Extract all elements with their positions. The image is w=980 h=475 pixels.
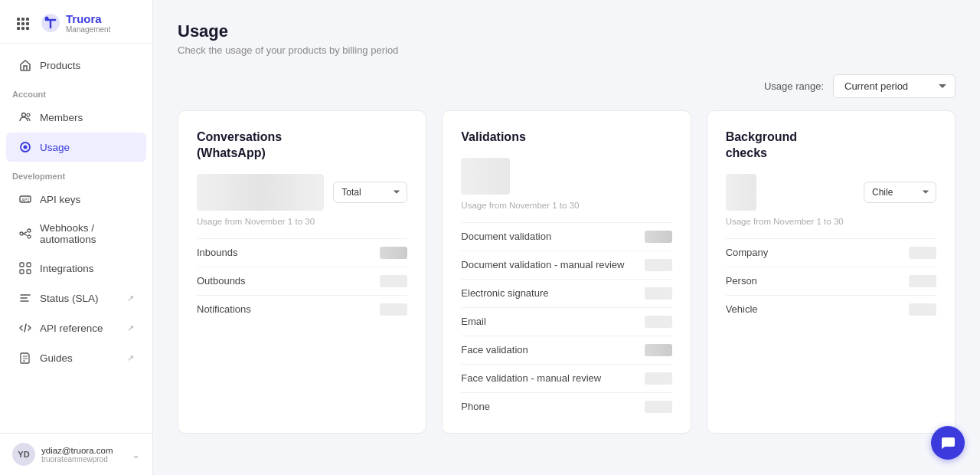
- person-row: Person: [726, 267, 936, 295]
- svg-rect-20: [27, 263, 31, 267]
- status-icon: [18, 291, 32, 305]
- doc-validation-manual-label: Document validation - manual review: [461, 259, 624, 270]
- phone-row: Phone: [461, 392, 671, 421]
- svg-point-13: [24, 146, 28, 149]
- svg-point-16: [20, 232, 23, 235]
- usage-label: Usage: [40, 142, 70, 153]
- external-link-icon-3: ↗: [127, 353, 134, 363]
- validations-date: Usage from November 1 to 30: [461, 201, 671, 210]
- email-label: Email: [461, 316, 486, 327]
- company-row: Company: [726, 238, 936, 267]
- outbounds-bar: [380, 275, 407, 287]
- face-validation-label: Face validation: [461, 344, 528, 355]
- face-validation-manual-bar: [645, 372, 672, 385]
- bg-checks-title: Backgroundchecks: [726, 129, 936, 162]
- company-bar: [909, 247, 936, 259]
- sidebar-item-usage[interactable]: Usage: [6, 133, 146, 162]
- face-validation-manual-label: Face validation - manual review: [461, 372, 601, 384]
- truora-logo: Truora Management: [40, 12, 110, 34]
- user-email: ydiaz@truora.com: [41, 446, 126, 455]
- chat-fab-button[interactable]: [931, 426, 965, 460]
- phone-label: Phone: [461, 401, 490, 412]
- people-icon: [18, 110, 32, 124]
- sidebar-item-api-keys[interactable]: API API keys: [6, 185, 146, 214]
- conversations-filter[interactable]: Total Inbound Outbound: [333, 182, 407, 203]
- bg-checks-filter[interactable]: Chile Colombia Mexico Peru: [864, 182, 936, 203]
- app-name: Truora: [66, 12, 110, 25]
- e-signature-row: Electronic signature: [461, 279, 671, 307]
- user-footer[interactable]: YD ydiaz@truora.com truorateamnewprod ⌄: [0, 433, 152, 475]
- svg-point-9: [45, 17, 49, 21]
- face-validation-manual-row: Face validation - manual review: [461, 364, 671, 392]
- notifications-label: Notifications: [197, 303, 251, 315]
- doc-validation-bar: [645, 231, 672, 243]
- validations-chart: [461, 158, 510, 195]
- external-link-icon-2: ↗: [127, 323, 134, 333]
- api-keys-label: API keys: [40, 194, 80, 205]
- integrations-icon: [18, 261, 32, 275]
- phone-bar: [645, 401, 672, 413]
- menu-icon[interactable]: [12, 12, 34, 34]
- sidebar-item-integrations[interactable]: Integrations: [6, 254, 146, 283]
- api-icon: API: [18, 192, 32, 206]
- inbounds-bar: [380, 247, 407, 259]
- outbounds-label: Outbounds: [197, 275, 246, 287]
- svg-rect-22: [27, 270, 31, 274]
- section-account: Account: [0, 80, 152, 102]
- page-subtitle: Check the usage of your products by bill…: [178, 44, 956, 56]
- background-checks-card: Backgroundchecks Chile Colombia Mexico P…: [707, 110, 956, 434]
- email-row: Email: [461, 307, 671, 336]
- sidebar-item-api-ref[interactable]: API reference ↗: [6, 313, 146, 342]
- validations-title: Validations: [461, 129, 671, 146]
- svg-rect-5: [26, 22, 29, 25]
- person-label: Person: [726, 275, 757, 287]
- svg-rect-2: [26, 18, 29, 21]
- guides-icon: [18, 351, 32, 365]
- sidebar-item-guides[interactable]: Guides ↗: [6, 343, 146, 372]
- chevron-down-icon: ⌄: [132, 449, 140, 460]
- inbounds-row: Inbounds: [197, 238, 407, 267]
- email-bar: [645, 316, 672, 328]
- sidebar-item-products[interactable]: Products: [6, 51, 146, 80]
- sidebar-item-webhooks[interactable]: Webhooks / automations: [6, 215, 146, 253]
- user-info: ydiaz@truora.com truorateamnewprod: [41, 446, 126, 464]
- face-validation-row: Face validation: [461, 336, 671, 364]
- svg-point-17: [28, 229, 31, 232]
- doc-validation-label: Document validation: [461, 231, 551, 242]
- svg-point-18: [28, 235, 31, 238]
- external-link-icon: ↗: [127, 293, 134, 303]
- sidebar: Truora Management Products Account: [0, 0, 153, 475]
- api-ref-label: API reference: [40, 323, 103, 334]
- page-title: Usage: [178, 21, 956, 41]
- svg-rect-3: [17, 22, 20, 25]
- user-org: truorateamnewprod: [41, 455, 126, 464]
- doc-validation-manual-bar: [645, 259, 672, 271]
- nav-menu: Products Account Members U: [0, 44, 152, 433]
- conversations-title: Conversations(WhatsApp): [197, 129, 407, 162]
- svg-rect-7: [21, 27, 24, 30]
- usage-range-select[interactable]: Current period Last period Custom: [833, 74, 956, 98]
- home-icon: [18, 58, 32, 72]
- svg-text:API: API: [21, 197, 30, 202]
- e-signature-bar: [645, 287, 672, 300]
- svg-rect-19: [20, 263, 24, 267]
- svg-rect-4: [21, 22, 24, 25]
- vehicle-bar: [909, 303, 936, 316]
- doc-validation-row: Document validation: [461, 222, 671, 251]
- sidebar-item-members[interactable]: Members: [6, 103, 146, 132]
- vehicle-label: Vehicle: [726, 303, 758, 315]
- svg-rect-0: [17, 18, 20, 21]
- sidebar-item-status[interactable]: Status (SLA) ↗: [6, 283, 146, 313]
- main-content: Usage Check the usage of your products b…: [153, 0, 980, 475]
- svg-rect-1: [21, 18, 24, 21]
- bg-checks-chart-row: Chile Colombia Mexico Peru: [726, 174, 936, 211]
- bg-checks-date: Usage from November 1 to 30: [726, 217, 936, 226]
- cards-grid: Conversations(WhatsApp) Total Inbound Ou…: [178, 110, 956, 434]
- validations-chart-row: [461, 158, 671, 195]
- conversations-chart: [197, 174, 324, 211]
- api-ref-icon: [18, 321, 32, 335]
- svg-rect-21: [20, 270, 24, 274]
- usage-range-label: Usage range:: [764, 80, 824, 92]
- notifications-bar: [380, 303, 407, 316]
- webhooks-label: Webhooks / automations: [40, 222, 134, 245]
